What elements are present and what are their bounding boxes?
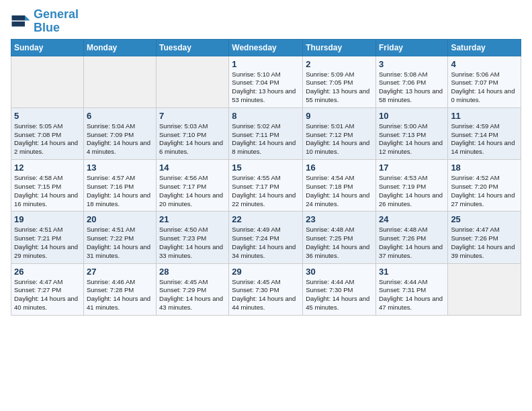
logo-icon [11,11,31,32]
calendar-cell [157,56,229,107]
cell-info-text: Sunrise: 5:02 AM Sunset: 7:11 PM Dayligh… [232,122,300,156]
cell-day-number: 13 [87,163,153,173]
calendar-cell: 3Sunrise: 5:08 AM Sunset: 7:06 PM Daylig… [375,56,447,107]
calendar-cell: 20Sunrise: 4:51 AM Sunset: 7:22 PM Dayli… [83,212,156,263]
calendar-header-cell: Thursday [303,39,376,56]
cell-info-text: Sunrise: 4:51 AM Sunset: 7:22 PM Dayligh… [87,226,153,260]
cell-info-text: Sunrise: 5:04 AM Sunset: 7:09 PM Dayligh… [87,122,153,156]
cell-day-number: 11 [451,111,518,121]
header: General Blue [11,8,521,35]
calendar-header-cell: Monday [83,39,156,56]
cell-info-text: Sunrise: 4:53 AM Sunset: 7:19 PM Dayligh… [379,174,445,208]
calendar-header-cell: Sunday [11,39,84,56]
cell-day-number: 19 [14,214,81,224]
cell-day-number: 6 [87,111,153,121]
calendar-cell: 2Sunrise: 5:09 AM Sunset: 7:05 PM Daylig… [303,56,376,107]
cell-info-text: Sunrise: 4:44 AM Sunset: 7:31 PM Dayligh… [379,278,445,312]
calendar-table: SundayMondayTuesdayWednesdayThursdayFrid… [11,39,521,316]
calendar-week-row: 12Sunrise: 4:58 AM Sunset: 7:15 PM Dayli… [11,160,521,212]
calendar-cell: 19Sunrise: 4:51 AM Sunset: 7:21 PM Dayli… [11,212,84,263]
calendar-cell: 30Sunrise: 4:44 AM Sunset: 7:30 PM Dayli… [303,263,376,315]
cell-day-number: 21 [159,214,226,224]
logo-text: General Blue [34,8,79,35]
calendar-week-row: 26Sunrise: 4:47 AM Sunset: 7:27 PM Dayli… [11,263,521,315]
cell-day-number: 14 [159,163,226,173]
calendar-cell: 4Sunrise: 5:06 AM Sunset: 7:07 PM Daylig… [448,56,521,107]
cell-day-number: 26 [14,267,81,277]
calendar-body: 1Sunrise: 5:10 AM Sunset: 7:04 PM Daylig… [11,56,521,315]
cell-info-text: Sunrise: 4:46 AM Sunset: 7:28 PM Dayligh… [87,278,153,312]
calendar-cell: 14Sunrise: 4:56 AM Sunset: 7:17 PM Dayli… [157,160,229,212]
cell-info-text: Sunrise: 5:05 AM Sunset: 7:08 PM Dayligh… [14,122,81,156]
calendar-header-cell: Friday [375,39,447,56]
cell-info-text: Sunrise: 4:45 AM Sunset: 7:30 PM Dayligh… [232,278,300,312]
cell-day-number: 4 [451,59,518,69]
cell-info-text: Sunrise: 5:01 AM Sunset: 7:12 PM Dayligh… [306,122,373,156]
calendar-header-row: SundayMondayTuesdayWednesdayThursdayFrid… [11,39,521,56]
cell-info-text: Sunrise: 4:57 AM Sunset: 7:16 PM Dayligh… [87,174,153,208]
cell-info-text: Sunrise: 4:59 AM Sunset: 7:14 PM Dayligh… [451,122,518,156]
calendar-header-cell: Tuesday [157,39,229,56]
cell-day-number: 16 [306,163,373,173]
calendar-header-cell: Wednesday [229,39,303,56]
cell-info-text: Sunrise: 5:00 AM Sunset: 7:13 PM Dayligh… [379,122,445,156]
cell-info-text: Sunrise: 4:44 AM Sunset: 7:30 PM Dayligh… [306,278,373,312]
cell-day-number: 3 [379,59,445,69]
cell-info-text: Sunrise: 5:10 AM Sunset: 7:04 PM Dayligh… [232,71,300,105]
calendar-cell: 25Sunrise: 4:47 AM Sunset: 7:26 PM Dayli… [448,212,521,263]
cell-day-number: 23 [306,214,373,224]
cell-info-text: Sunrise: 4:54 AM Sunset: 7:18 PM Dayligh… [306,174,373,208]
cell-day-number: 7 [159,111,226,121]
calendar-cell: 21Sunrise: 4:50 AM Sunset: 7:23 PM Dayli… [157,212,229,263]
cell-day-number: 17 [379,163,445,173]
calendar-cell: 15Sunrise: 4:55 AM Sunset: 7:17 PM Dayli… [229,160,303,212]
cell-info-text: Sunrise: 4:50 AM Sunset: 7:23 PM Dayligh… [159,226,226,260]
calendar-cell [448,263,521,315]
cell-day-number: 22 [232,214,300,224]
calendar-cell: 26Sunrise: 4:47 AM Sunset: 7:27 PM Dayli… [11,263,84,315]
calendar-cell: 8Sunrise: 5:02 AM Sunset: 7:11 PM Daylig… [229,107,303,159]
cell-day-number: 25 [451,214,518,224]
cell-day-number: 30 [306,267,373,277]
cell-day-number: 10 [379,111,445,121]
cell-info-text: Sunrise: 4:45 AM Sunset: 7:29 PM Dayligh… [159,278,226,312]
cell-info-text: Sunrise: 4:49 AM Sunset: 7:24 PM Dayligh… [232,226,300,260]
calendar-week-row: 5Sunrise: 5:05 AM Sunset: 7:08 PM Daylig… [11,107,521,159]
cell-day-number: 27 [87,267,153,277]
cell-day-number: 2 [306,59,373,69]
cell-info-text: Sunrise: 5:08 AM Sunset: 7:06 PM Dayligh… [379,71,445,105]
calendar-cell: 29Sunrise: 4:45 AM Sunset: 7:30 PM Dayli… [229,263,303,315]
cell-info-text: Sunrise: 5:09 AM Sunset: 7:05 PM Dayligh… [306,71,373,105]
calendar-cell: 10Sunrise: 5:00 AM Sunset: 7:13 PM Dayli… [375,107,447,159]
calendar-cell: 12Sunrise: 4:58 AM Sunset: 7:15 PM Dayli… [11,160,84,212]
cell-info-text: Sunrise: 4:51 AM Sunset: 7:21 PM Dayligh… [14,226,81,260]
cell-day-number: 28 [159,267,226,277]
calendar-cell: 11Sunrise: 4:59 AM Sunset: 7:14 PM Dayli… [448,107,521,159]
calendar-cell: 9Sunrise: 5:01 AM Sunset: 7:12 PM Daylig… [303,107,376,159]
calendar-cell: 16Sunrise: 4:54 AM Sunset: 7:18 PM Dayli… [303,160,376,212]
calendar-header-cell: Saturday [448,39,521,56]
cell-info-text: Sunrise: 4:56 AM Sunset: 7:17 PM Dayligh… [159,174,226,208]
cell-day-number: 31 [379,267,445,277]
calendar-cell [83,56,156,107]
cell-day-number: 8 [232,111,300,121]
cell-info-text: Sunrise: 5:03 AM Sunset: 7:10 PM Dayligh… [159,122,226,156]
cell-day-number: 29 [232,267,300,277]
cell-day-number: 1 [232,59,300,69]
cell-day-number: 20 [87,214,153,224]
calendar-cell: 7Sunrise: 5:03 AM Sunset: 7:10 PM Daylig… [157,107,229,159]
cell-day-number: 15 [232,163,300,173]
calendar-cell: 27Sunrise: 4:46 AM Sunset: 7:28 PM Dayli… [83,263,156,315]
cell-day-number: 5 [14,111,81,121]
cell-info-text: Sunrise: 4:58 AM Sunset: 7:15 PM Dayligh… [14,174,81,208]
calendar-cell: 22Sunrise: 4:49 AM Sunset: 7:24 PM Dayli… [229,212,303,263]
calendar-cell: 1Sunrise: 5:10 AM Sunset: 7:04 PM Daylig… [229,56,303,107]
cell-info-text: Sunrise: 4:48 AM Sunset: 7:26 PM Dayligh… [379,226,445,260]
cell-info-text: Sunrise: 4:48 AM Sunset: 7:25 PM Dayligh… [306,226,373,260]
cell-day-number: 9 [306,111,373,121]
svg-rect-2 [12,15,26,21]
cell-day-number: 18 [451,163,518,173]
calendar-cell: 31Sunrise: 4:44 AM Sunset: 7:31 PM Dayli… [375,263,447,315]
cell-info-text: Sunrise: 4:52 AM Sunset: 7:20 PM Dayligh… [451,174,518,208]
cell-info-text: Sunrise: 4:55 AM Sunset: 7:17 PM Dayligh… [232,174,300,208]
